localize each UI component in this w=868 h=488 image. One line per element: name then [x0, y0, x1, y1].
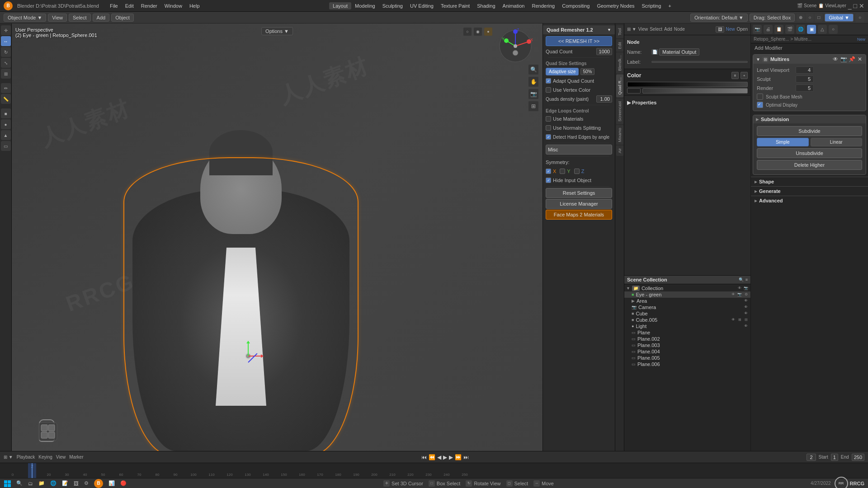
adapt-quad-checkbox[interactable] [546, 78, 551, 84]
sc-cube005-vis[interactable]: 👁 [731, 317, 736, 323]
tab-blendk[interactable]: Blendk... [616, 52, 623, 74]
pr-mod-pin-icon[interactable]: 📌 [849, 56, 855, 62]
tl-play[interactable]: ▶ [443, 454, 447, 460]
qr-collapse[interactable]: ▼ [607, 28, 611, 32]
adaptive-size-btn[interactable]: Adaptive size [546, 68, 579, 75]
pr-scene-icon[interactable]: 🎬 [785, 25, 794, 34]
task-view-icon[interactable]: 🗂 [28, 481, 33, 486]
pr-view-layer-icon[interactable]: 📋 [774, 25, 783, 34]
tl-last-frame[interactable]: ⏭ [463, 454, 469, 460]
zoom-icon[interactable]: 🔍 [528, 64, 539, 75]
add-sphere-tool[interactable]: ● [1, 119, 11, 129]
menu-geometry-nodes[interactable]: Geometry Nodes [593, 2, 638, 9]
prop-edit-btn[interactable]: ○ [855, 13, 864, 22]
menu-render[interactable]: Render [137, 2, 161, 9]
color-menu-btn[interactable]: ≡ [731, 72, 739, 79]
tab-mixamo[interactable]: Mixamo [616, 125, 623, 145]
3d-viewport[interactable]: 人人素材 RRCG RRCG 人人素材 [12, 23, 542, 451]
menu-edit[interactable]: Edit [122, 2, 137, 9]
add-cube-tool[interactable]: ■ [1, 108, 11, 118]
sculpt-base-mesh-checkbox[interactable] [757, 94, 763, 100]
subdivide-btn[interactable]: Subdivide [757, 126, 862, 136]
sc-item-plane[interactable]: ▭ Plane [624, 329, 750, 336]
sc-cube-vis[interactable]: 👁 [743, 311, 749, 316]
sc-eye-extra[interactable]: ⚙ [743, 292, 749, 297]
menu-sculpting[interactable]: Sculpting [379, 2, 406, 9]
simple-btn[interactable]: Simple [757, 138, 809, 146]
menu-rendering[interactable]: Rendering [528, 2, 558, 9]
transform-tool[interactable]: ⊞ [1, 69, 11, 79]
view-btn[interactable]: View [48, 14, 67, 22]
object-btn[interactable]: Object [111, 14, 134, 22]
app2-icon[interactable]: 📊 [108, 480, 115, 486]
menu-layout[interactable]: Layout [329, 2, 351, 9]
pr-mod-expand-icon[interactable]: ▼ [756, 57, 760, 62]
ne-open-btn[interactable]: Open [737, 27, 748, 32]
sym-x-checkbox[interactable] [546, 169, 551, 174]
sc-render-icon[interactable]: 📷 [743, 286, 749, 291]
pr-mesh-icon[interactable]: △ [818, 25, 827, 34]
linear-btn[interactable]: Linear [811, 138, 863, 146]
tab-tool[interactable]: Tool [616, 25, 623, 38]
sc-item-area[interactable]: ▶ Area 👁 [624, 298, 750, 304]
sc-light-vis[interactable]: 👁 [743, 324, 749, 329]
ne-select-btn[interactable]: Select [650, 27, 662, 32]
camera-icon[interactable]: 📷 [528, 89, 539, 99]
solid-mode[interactable]: ○ [463, 27, 472, 36]
view-global-btn[interactable]: ⊕ [797, 14, 805, 22]
sc-camera-vis[interactable]: 👁 [743, 305, 749, 310]
reset-btn[interactable]: Reset Settings [546, 188, 612, 198]
ne-node-btn[interactable]: Node [674, 27, 685, 32]
delete-higher-btn[interactable]: Delete Higher [757, 160, 862, 170]
view-local-btn[interactable]: ○ [806, 14, 814, 22]
hand-icon[interactable]: ✋ [528, 76, 539, 87]
close-btn[interactable]: ✕ [859, 2, 864, 9]
sc-area-vis[interactable]: 👁 [743, 298, 749, 304]
ne-label-value[interactable] [651, 61, 748, 63]
sym-z-checkbox[interactable] [574, 169, 580, 174]
tl-prev-key[interactable]: ⏪ [429, 454, 435, 460]
minimize-btn[interactable]: _ [848, 2, 852, 9]
tl-prev-frame[interactable]: ◀ [437, 454, 441, 460]
menu-modeling[interactable]: Modeling [351, 2, 379, 9]
file-explorer-icon[interactable]: 📁 [38, 480, 45, 486]
tl-editor-icon[interactable]: ⊞ ▼ [4, 455, 13, 460]
ne-new-btn[interactable]: New [726, 27, 735, 32]
select-btn[interactable]: Select [69, 14, 91, 22]
sc-cube005-extra1[interactable]: ⊞ [737, 317, 742, 323]
misc-btn[interactable]: Misc [546, 145, 612, 155]
tl-view-btn[interactable]: View [56, 455, 66, 460]
sculpt-value[interactable]: 5 [796, 75, 814, 83]
orientation-dropdown[interactable]: Orientation: Default ▼ [690, 14, 748, 22]
pr-output-icon[interactable]: 🖨 [764, 25, 773, 34]
quad-count-value[interactable]: 1000 [596, 48, 612, 55]
tab-screencast[interactable]: Screencast [616, 99, 623, 124]
color-expand-btn[interactable]: + [741, 72, 748, 79]
sc-cube005-extra2[interactable]: ⊟ [743, 317, 749, 323]
color-gradient-bar[interactable] [642, 88, 748, 94]
ne-view-btn[interactable]: View [638, 27, 648, 32]
pr-mod-vis-icon[interactable]: 👁 [832, 56, 839, 62]
optimal-display-checkbox[interactable] [757, 102, 763, 108]
tl-next-frame[interactable]: ▶ [449, 454, 453, 460]
tl-first-frame[interactable]: ⏮ [421, 454, 427, 460]
nav-widget[interactable]: X Y Z [497, 28, 533, 66]
move-tool[interactable]: ↔ [1, 36, 11, 46]
menu-uv-editing[interactable]: UV Editing [406, 2, 437, 9]
tab-quad-r[interactable]: Quad R... [616, 75, 623, 98]
menu-scripting[interactable]: Scripting [638, 2, 665, 9]
generate-section[interactable]: ▶ Generate [751, 186, 868, 196]
menu-help[interactable]: Help [186, 2, 203, 9]
scale-tool[interactable]: ⤡ [1, 58, 11, 68]
edge-icon[interactable]: 🌐 [50, 480, 57, 486]
add-btn[interactable]: Add [93, 14, 110, 22]
normals-splitting-checkbox[interactable] [546, 125, 551, 131]
notepad-icon[interactable]: 📝 [62, 480, 68, 486]
tl-keying-btn[interactable]: Keying [38, 455, 52, 460]
shape-section[interactable]: ▶ Shape [751, 177, 868, 186]
sc-item-collection[interactable]: ▼ 📁 Collection 👁 📷 [624, 285, 750, 291]
maximize-btn[interactable]: □ [854, 2, 857, 9]
ne-image-icon[interactable]: 🖼 [716, 26, 724, 33]
annotate-tool[interactable]: ✏ [1, 83, 11, 93]
photos-icon[interactable]: 🖼 [74, 481, 79, 486]
